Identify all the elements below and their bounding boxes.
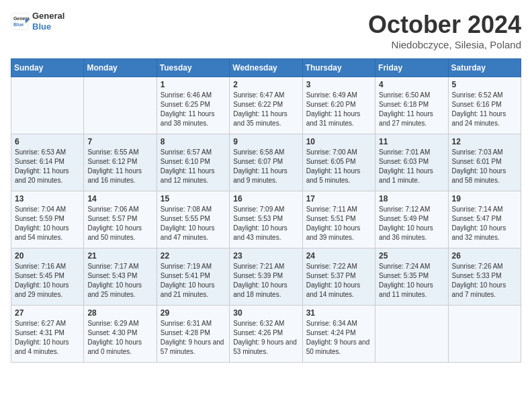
calendar-cell: 5Sunrise: 6:52 AMSunset: 6:16 PMDaylight… [448, 77, 521, 134]
day-number: 28 [87, 308, 152, 318]
location-text: Niedobczyce, Silesia, Poland [368, 39, 521, 50]
day-detail: Sunrise: 6:58 AMSunset: 6:07 PMDaylight:… [233, 148, 298, 185]
day-number: 23 [233, 251, 298, 261]
day-number: 14 [87, 194, 152, 203]
calendar-cell: 9Sunrise: 6:58 AMSunset: 6:07 PMDaylight… [230, 134, 302, 191]
calendar-cell: 30Sunrise: 6:32 AMSunset: 4:26 PMDayligh… [230, 306, 302, 363]
day-detail: Sunrise: 7:14 AMSunset: 5:47 PMDaylight:… [452, 205, 517, 242]
day-number: 21 [87, 251, 152, 261]
calendar-week-5: 27Sunrise: 6:27 AMSunset: 4:31 PMDayligh… [11, 306, 521, 363]
day-number: 24 [306, 251, 371, 261]
calendar-cell: 18Sunrise: 7:12 AMSunset: 5:49 PMDayligh… [375, 191, 448, 248]
header-monday: Monday [84, 59, 157, 77]
day-number: 1 [161, 80, 226, 89]
calendar-cell [11, 77, 84, 134]
day-detail: Sunrise: 7:09 AMSunset: 5:53 PMDaylight:… [233, 205, 298, 242]
day-number: 7 [87, 137, 152, 146]
calendar-cell: 25Sunrise: 7:24 AMSunset: 5:35 PMDayligh… [375, 248, 448, 306]
day-number: 3 [306, 80, 371, 89]
calendar-cell: 4Sunrise: 6:50 AMSunset: 6:18 PMDaylight… [375, 77, 448, 134]
calendar-week-4: 20Sunrise: 7:16 AMSunset: 5:45 PMDayligh… [11, 248, 521, 306]
calendar-cell: 2Sunrise: 6:47 AMSunset: 6:22 PMDaylight… [230, 77, 302, 134]
header-saturday: Saturday [448, 59, 521, 77]
day-detail: Sunrise: 7:00 AMSunset: 6:05 PMDaylight:… [306, 148, 371, 185]
day-detail: Sunrise: 6:49 AMSunset: 6:20 PMDaylight:… [306, 91, 371, 128]
day-number: 5 [452, 80, 517, 89]
day-detail: Sunrise: 7:12 AMSunset: 5:49 PMDaylight:… [379, 205, 444, 242]
calendar-table: SundayMondayTuesdayWednesdayThursdayFrid… [11, 58, 521, 363]
calendar-cell: 16Sunrise: 7:09 AMSunset: 5:53 PMDayligh… [230, 191, 302, 248]
day-detail: Sunrise: 7:24 AMSunset: 5:35 PMDaylight:… [379, 262, 444, 300]
logo-general-text: General [32, 11, 64, 21]
day-detail: Sunrise: 6:27 AMSunset: 4:31 PMDaylight:… [15, 319, 80, 357]
day-detail: Sunrise: 7:08 AMSunset: 5:55 PMDaylight:… [161, 205, 226, 242]
day-number: 4 [379, 80, 444, 89]
day-detail: Sunrise: 6:34 AMSunset: 4:24 PMDaylight:… [306, 319, 371, 357]
calendar-cell: 13Sunrise: 7:04 AMSunset: 5:59 PMDayligh… [11, 191, 84, 248]
calendar-cell: 26Sunrise: 7:26 AMSunset: 5:33 PMDayligh… [448, 248, 521, 306]
calendar-cell: 29Sunrise: 6:31 AMSunset: 4:28 PMDayligh… [157, 306, 229, 363]
logo: General Blue General Blue [11, 11, 64, 32]
day-detail: Sunrise: 6:50 AMSunset: 6:18 PMDaylight:… [379, 91, 444, 128]
calendar-cell: 23Sunrise: 7:21 AMSunset: 5:39 PMDayligh… [230, 248, 302, 306]
day-number: 22 [161, 251, 226, 261]
calendar-cell: 11Sunrise: 7:01 AMSunset: 6:03 PMDayligh… [375, 134, 448, 191]
header-friday: Friday [375, 59, 448, 77]
month-title: October 2024 [368, 11, 521, 39]
day-number: 13 [15, 194, 80, 203]
day-number: 29 [161, 308, 226, 318]
calendar-cell: 15Sunrise: 7:08 AMSunset: 5:55 PMDayligh… [157, 191, 229, 248]
calendar-week-3: 13Sunrise: 7:04 AMSunset: 5:59 PMDayligh… [11, 191, 521, 248]
day-detail: Sunrise: 6:29 AMSunset: 4:30 PMDaylight:… [87, 319, 152, 357]
calendar-week-2: 6Sunrise: 6:53 AMSunset: 6:14 PMDaylight… [11, 134, 521, 191]
day-number: 27 [15, 308, 80, 318]
calendar-cell: 22Sunrise: 7:19 AMSunset: 5:41 PMDayligh… [157, 248, 229, 306]
logo-icon: General Blue [11, 12, 30, 31]
day-number: 12 [452, 137, 517, 146]
day-number: 2 [233, 80, 298, 89]
calendar-cell: 19Sunrise: 7:14 AMSunset: 5:47 PMDayligh… [448, 191, 521, 248]
day-number: 6 [15, 137, 80, 146]
calendar-cell [448, 306, 521, 363]
day-number: 19 [452, 194, 517, 203]
logo-blue-text: Blue [32, 21, 64, 32]
day-detail: Sunrise: 7:21 AMSunset: 5:39 PMDaylight:… [233, 262, 298, 300]
header-thursday: Thursday [302, 59, 375, 77]
calendar-cell: 3Sunrise: 6:49 AMSunset: 6:20 PMDaylight… [302, 77, 375, 134]
day-detail: Sunrise: 6:55 AMSunset: 6:12 PMDaylight:… [87, 148, 152, 185]
day-number: 17 [306, 194, 371, 203]
calendar-cell: 1Sunrise: 6:46 AMSunset: 6:25 PMDaylight… [157, 77, 229, 134]
header-sunday: Sunday [11, 59, 84, 77]
day-number: 31 [306, 308, 371, 318]
day-detail: Sunrise: 7:06 AMSunset: 5:57 PMDaylight:… [87, 205, 152, 242]
day-detail: Sunrise: 7:17 AMSunset: 5:43 PMDaylight:… [87, 262, 152, 300]
day-detail: Sunrise: 7:04 AMSunset: 5:59 PMDaylight:… [15, 205, 80, 242]
title-block: October 2024 Niedobczyce, Silesia, Polan… [368, 11, 521, 50]
day-number: 25 [379, 251, 444, 261]
day-detail: Sunrise: 6:46 AMSunset: 6:25 PMDaylight:… [161, 91, 226, 128]
day-detail: Sunrise: 7:26 AMSunset: 5:33 PMDaylight:… [452, 262, 517, 300]
calendar-cell: 28Sunrise: 6:29 AMSunset: 4:30 PMDayligh… [84, 306, 157, 363]
day-detail: Sunrise: 7:11 AMSunset: 5:51 PMDaylight:… [306, 205, 371, 242]
day-number: 8 [161, 137, 226, 146]
calendar-cell: 7Sunrise: 6:55 AMSunset: 6:12 PMDaylight… [84, 134, 157, 191]
calendar-header-row: SundayMondayTuesdayWednesdayThursdayFrid… [11, 59, 521, 77]
calendar-cell: 8Sunrise: 6:57 AMSunset: 6:10 PMDaylight… [157, 134, 229, 191]
day-detail: Sunrise: 7:03 AMSunset: 6:01 PMDaylight:… [452, 148, 517, 185]
page-header: General Blue General Blue October 2024 N… [11, 11, 521, 50]
day-number: 16 [233, 194, 298, 203]
calendar-cell: 6Sunrise: 6:53 AMSunset: 6:14 PMDaylight… [11, 134, 84, 191]
header-tuesday: Tuesday [157, 59, 229, 77]
day-number: 9 [233, 137, 298, 146]
day-number: 26 [452, 251, 517, 261]
header-wednesday: Wednesday [230, 59, 302, 77]
day-detail: Sunrise: 6:31 AMSunset: 4:28 PMDaylight:… [161, 319, 226, 357]
day-detail: Sunrise: 6:52 AMSunset: 6:16 PMDaylight:… [452, 91, 517, 128]
day-number: 10 [306, 137, 371, 146]
calendar-cell: 14Sunrise: 7:06 AMSunset: 5:57 PMDayligh… [84, 191, 157, 248]
calendar-cell: 21Sunrise: 7:17 AMSunset: 5:43 PMDayligh… [84, 248, 157, 306]
calendar-cell: 10Sunrise: 7:00 AMSunset: 6:05 PMDayligh… [302, 134, 375, 191]
day-number: 18 [379, 194, 444, 203]
day-number: 20 [15, 251, 80, 261]
day-detail: Sunrise: 7:22 AMSunset: 5:37 PMDaylight:… [306, 262, 371, 300]
